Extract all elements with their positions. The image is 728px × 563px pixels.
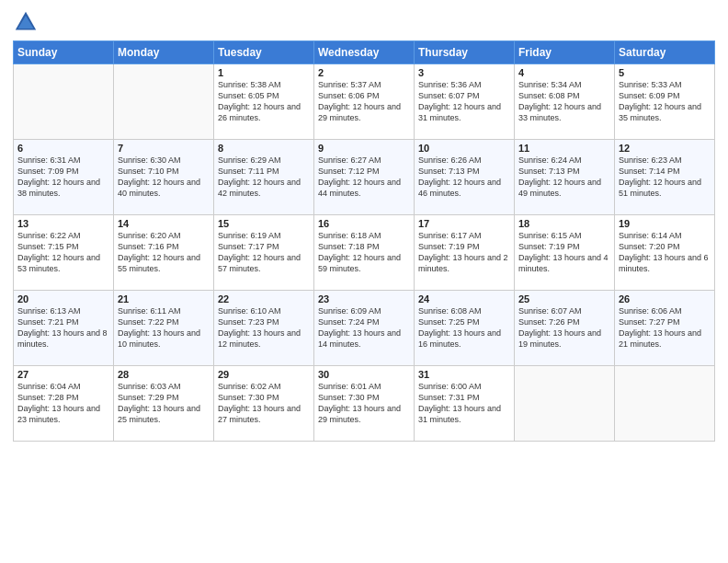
day-number: 19 [619,218,711,229]
calendar-week-row: 27Sunrise: 6:04 AM Sunset: 7:28 PM Dayli… [14,366,715,442]
calendar: SundayMondayTuesdayWednesdayThursdayFrid… [13,40,715,442]
calendar-cell: 19Sunrise: 6:14 AM Sunset: 7:20 PM Dayli… [615,215,715,291]
calendar-cell: 11Sunrise: 6:24 AM Sunset: 7:13 PM Dayli… [515,140,615,215]
calendar-cell: 24Sunrise: 6:08 AM Sunset: 7:25 PM Dayli… [415,291,515,366]
calendar-cell: 4Sunrise: 5:34 AM Sunset: 6:08 PM Daylig… [515,64,615,140]
day-detail: Sunrise: 6:10 AM Sunset: 7:23 PM Dayligh… [218,305,310,350]
calendar-cell: 31Sunrise: 6:00 AM Sunset: 7:31 PM Dayli… [415,366,515,442]
day-number: 23 [318,293,410,304]
day-detail: Sunrise: 6:14 AM Sunset: 7:20 PM Dayligh… [619,230,711,275]
day-detail: Sunrise: 6:00 AM Sunset: 7:31 PM Dayligh… [418,381,510,426]
day-number: 6 [17,143,109,154]
calendar-cell: 15Sunrise: 6:19 AM Sunset: 7:17 PM Dayli… [214,215,314,291]
day-detail: Sunrise: 6:06 AM Sunset: 7:27 PM Dayligh… [619,305,711,350]
day-number: 8 [218,143,310,154]
day-detail: Sunrise: 6:24 AM Sunset: 7:13 PM Dayligh… [518,155,610,200]
day-number: 14 [118,218,210,229]
day-number: 20 [17,293,109,304]
day-detail: Sunrise: 6:31 AM Sunset: 7:09 PM Dayligh… [17,155,109,200]
day-detail: Sunrise: 6:27 AM Sunset: 7:12 PM Dayligh… [318,155,410,200]
day-number: 9 [318,143,410,154]
day-number: 15 [218,218,310,229]
day-detail: Sunrise: 6:17 AM Sunset: 7:19 PM Dayligh… [418,230,510,275]
calendar-day-header: Monday [114,41,214,64]
calendar-cell: 26Sunrise: 6:06 AM Sunset: 7:27 PM Dayli… [615,291,715,366]
calendar-cell: 1Sunrise: 5:38 AM Sunset: 6:05 PM Daylig… [214,64,314,140]
day-detail: Sunrise: 6:15 AM Sunset: 7:19 PM Dayligh… [518,230,610,275]
day-detail: Sunrise: 5:38 AM Sunset: 6:05 PM Dayligh… [218,79,310,124]
calendar-cell: 9Sunrise: 6:27 AM Sunset: 7:12 PM Daylig… [314,140,415,215]
calendar-cell: 13Sunrise: 6:22 AM Sunset: 7:15 PM Dayli… [14,215,114,291]
calendar-week-row: 13Sunrise: 6:22 AM Sunset: 7:15 PM Dayli… [14,215,715,291]
page: SundayMondayTuesdayWednesdayThursdayFrid… [0,0,728,563]
calendar-cell: 2Sunrise: 5:37 AM Sunset: 6:06 PM Daylig… [314,64,415,140]
day-detail: Sunrise: 6:19 AM Sunset: 7:17 PM Dayligh… [218,230,310,275]
day-number: 21 [118,293,210,304]
day-detail: Sunrise: 6:08 AM Sunset: 7:25 PM Dayligh… [418,305,510,350]
calendar-cell: 29Sunrise: 6:02 AM Sunset: 7:30 PM Dayli… [214,366,314,442]
logo-icon [13,9,39,35]
calendar-header-row: SundayMondayTuesdayWednesdayThursdayFrid… [14,41,715,64]
day-detail: Sunrise: 6:04 AM Sunset: 7:28 PM Dayligh… [17,381,109,426]
calendar-cell: 7Sunrise: 6:30 AM Sunset: 7:10 PM Daylig… [114,140,214,215]
day-detail: Sunrise: 6:09 AM Sunset: 7:24 PM Dayligh… [318,305,410,350]
day-number: 7 [118,143,210,154]
day-detail: Sunrise: 6:30 AM Sunset: 7:10 PM Dayligh… [118,155,210,200]
calendar-day-header: Sunday [14,41,114,64]
logo [13,9,42,35]
header [13,9,715,35]
calendar-cell: 28Sunrise: 6:03 AM Sunset: 7:29 PM Dayli… [114,366,214,442]
calendar-cell: 22Sunrise: 6:10 AM Sunset: 7:23 PM Dayli… [214,291,314,366]
day-number: 29 [218,369,310,380]
day-number: 28 [118,369,210,380]
calendar-cell: 30Sunrise: 6:01 AM Sunset: 7:30 PM Dayli… [314,366,415,442]
calendar-cell: 17Sunrise: 6:17 AM Sunset: 7:19 PM Dayli… [415,215,515,291]
calendar-cell: 6Sunrise: 6:31 AM Sunset: 7:09 PM Daylig… [14,140,114,215]
day-number: 25 [518,293,610,304]
calendar-cell: 10Sunrise: 6:26 AM Sunset: 7:13 PM Dayli… [415,140,515,215]
day-number: 31 [418,369,510,380]
calendar-cell: 8Sunrise: 6:29 AM Sunset: 7:11 PM Daylig… [214,140,314,215]
day-detail: Sunrise: 5:36 AM Sunset: 6:07 PM Dayligh… [418,79,510,124]
day-number: 30 [318,369,410,380]
day-number: 1 [218,67,310,78]
day-number: 18 [518,218,610,229]
day-number: 17 [418,218,510,229]
day-detail: Sunrise: 6:22 AM Sunset: 7:15 PM Dayligh… [17,230,109,275]
calendar-day-header: Friday [515,41,615,64]
day-number: 24 [418,293,510,304]
day-number: 12 [619,143,711,154]
day-number: 4 [518,67,610,78]
calendar-cell: 23Sunrise: 6:09 AM Sunset: 7:24 PM Dayli… [314,291,415,366]
day-number: 5 [619,67,711,78]
calendar-cell: 21Sunrise: 6:11 AM Sunset: 7:22 PM Dayli… [114,291,214,366]
day-detail: Sunrise: 5:33 AM Sunset: 6:09 PM Dayligh… [619,79,711,124]
day-detail: Sunrise: 6:01 AM Sunset: 7:30 PM Dayligh… [318,381,410,426]
day-detail: Sunrise: 6:18 AM Sunset: 7:18 PM Dayligh… [318,230,410,275]
calendar-cell: 14Sunrise: 6:20 AM Sunset: 7:16 PM Dayli… [114,215,214,291]
calendar-day-header: Saturday [615,41,715,64]
day-detail: Sunrise: 5:34 AM Sunset: 6:08 PM Dayligh… [518,79,610,124]
day-detail: Sunrise: 6:11 AM Sunset: 7:22 PM Dayligh… [118,305,210,350]
day-number: 11 [518,143,610,154]
calendar-cell: 20Sunrise: 6:13 AM Sunset: 7:21 PM Dayli… [14,291,114,366]
calendar-cell [14,64,114,140]
day-number: 10 [418,143,510,154]
day-detail: Sunrise: 6:29 AM Sunset: 7:11 PM Dayligh… [218,155,310,200]
day-detail: Sunrise: 5:37 AM Sunset: 6:06 PM Dayligh… [318,79,410,124]
day-number: 3 [418,67,510,78]
calendar-cell: 3Sunrise: 5:36 AM Sunset: 6:07 PM Daylig… [415,64,515,140]
calendar-cell [515,366,615,442]
day-detail: Sunrise: 6:03 AM Sunset: 7:29 PM Dayligh… [118,381,210,426]
day-detail: Sunrise: 6:07 AM Sunset: 7:26 PM Dayligh… [518,305,610,350]
day-number: 26 [619,293,711,304]
calendar-day-header: Tuesday [214,41,314,64]
calendar-week-row: 20Sunrise: 6:13 AM Sunset: 7:21 PM Dayli… [14,291,715,366]
day-number: 2 [318,67,410,78]
calendar-cell: 27Sunrise: 6:04 AM Sunset: 7:28 PM Dayli… [14,366,114,442]
day-detail: Sunrise: 6:26 AM Sunset: 7:13 PM Dayligh… [418,155,510,200]
day-number: 27 [17,369,109,380]
day-number: 13 [17,218,109,229]
day-detail: Sunrise: 6:02 AM Sunset: 7:30 PM Dayligh… [218,381,310,426]
calendar-cell: 12Sunrise: 6:23 AM Sunset: 7:14 PM Dayli… [615,140,715,215]
